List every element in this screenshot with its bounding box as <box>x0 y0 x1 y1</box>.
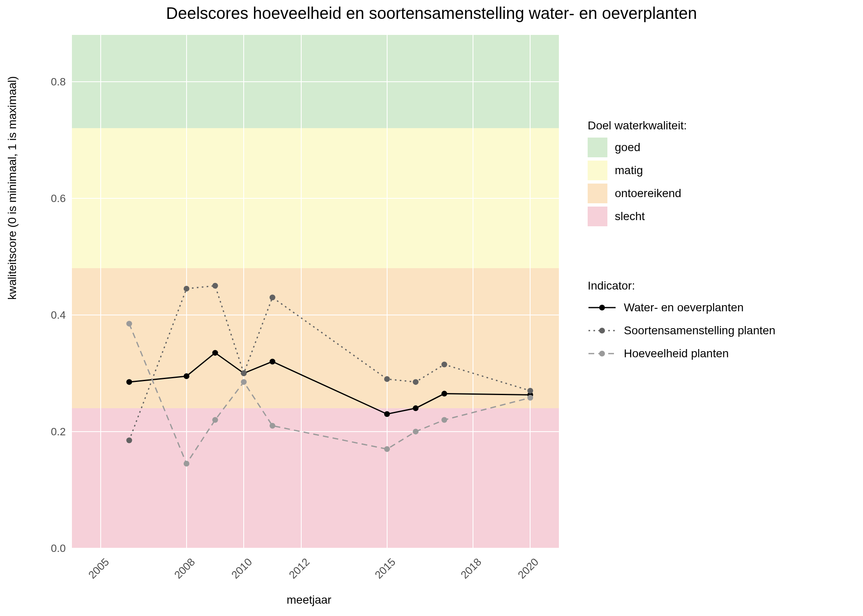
legend-swatch <box>588 161 607 180</box>
legend-item-series: Soortensamenstelling planten <box>588 320 775 341</box>
legend-item-slecht: slecht <box>588 206 687 227</box>
legend-label: Hoeveelheid planten <box>624 347 729 360</box>
chart-title: Deelscores hoeveelheid en soortensamenst… <box>41 4 822 23</box>
legend-item-matig: matig <box>588 160 687 181</box>
legend-label: goed <box>615 141 640 154</box>
gridline-h <box>72 548 559 549</box>
legend-line-sample <box>588 300 616 315</box>
gridline-v <box>473 35 473 548</box>
gridline-v <box>387 35 388 548</box>
gridline-v <box>243 35 244 548</box>
gridline-h <box>72 198 559 199</box>
legend-label: Water- en oeverplanten <box>624 301 744 314</box>
legend-indicator-title: Indicator: <box>588 279 775 292</box>
quality-band-ontoereikend <box>72 268 559 408</box>
legend-swatch <box>588 138 607 157</box>
gridline-h <box>72 315 559 315</box>
legend-item-series: Water- en oeverplanten <box>588 297 775 318</box>
legend-label: matig <box>615 164 643 177</box>
svg-point-3 <box>599 328 605 333</box>
y-tick-label: 0.0 <box>41 542 66 555</box>
legend-item-ontoereikend: ontoereikend <box>588 183 687 204</box>
legend-indicator: Indicator: Water- en oeverplantenSoorten… <box>588 279 775 366</box>
gridline-h <box>72 431 559 432</box>
legend-label: Soortensamenstelling planten <box>624 324 775 337</box>
legend-label: ontoereikend <box>615 187 681 200</box>
legend-item-series: Hoeveelheid planten <box>588 343 775 364</box>
y-tick-label: 0.4 <box>41 309 66 322</box>
y-axis-label: kwaliteitscore (0 is minimaal, 1 is maxi… <box>6 76 19 300</box>
svg-point-5 <box>599 351 605 356</box>
x-axis-label: meetjaar <box>287 593 332 607</box>
quality-band-slecht <box>72 408 559 548</box>
legend-item-goed: goed <box>588 137 687 158</box>
y-tick-label: 0.8 <box>41 76 66 88</box>
plot-area <box>72 35 559 548</box>
legend-line-sample <box>588 346 616 361</box>
legend-quality: Doel waterkwaliteit: goedmatigontoereike… <box>588 119 687 229</box>
gridline-v <box>100 35 101 548</box>
legend-line-sample <box>588 323 616 338</box>
gridline-v <box>186 35 187 548</box>
chart-container: Deelscores hoeveelheid en soortensamenst… <box>0 0 863 616</box>
legend-quality-title: Doel waterkwaliteit: <box>588 119 687 132</box>
legend-swatch <box>588 184 607 203</box>
gridline-h <box>72 81 559 82</box>
legend-swatch <box>588 207 607 226</box>
svg-point-1 <box>599 305 605 310</box>
y-tick-label: 0.2 <box>41 425 66 438</box>
legend-label: slecht <box>615 210 645 223</box>
gridline-v <box>530 35 531 548</box>
y-tick-label: 0.6 <box>41 192 66 205</box>
gridline-v <box>301 35 302 548</box>
